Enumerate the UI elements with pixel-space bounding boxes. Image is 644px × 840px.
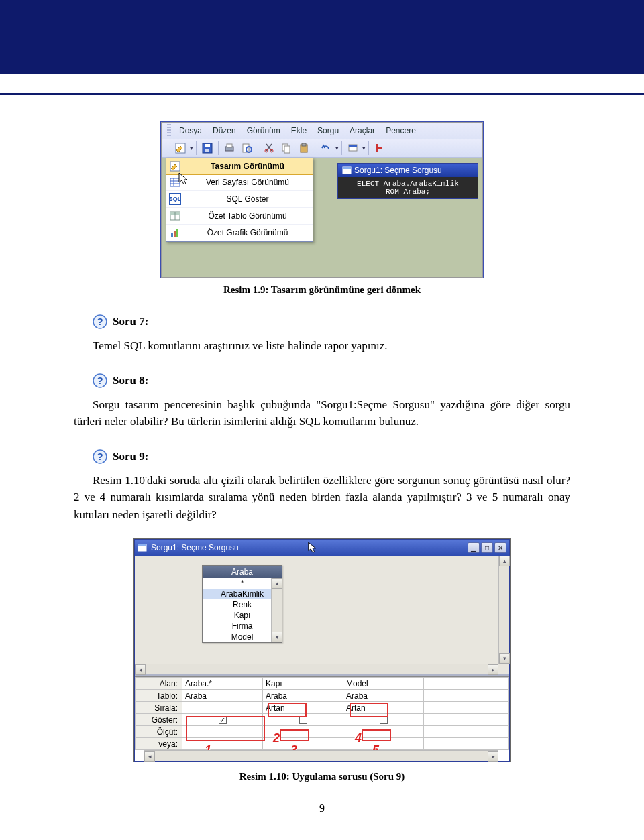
toolbar-separator bbox=[218, 141, 219, 155]
view-sql-item[interactable]: SQL SQL Göster bbox=[166, 191, 313, 208]
scroll-right-icon[interactable]: ▸ bbox=[488, 751, 498, 762]
dropdown-arrow-icon[interactable]: ▾ bbox=[190, 145, 193, 152]
question-icon: ? bbox=[93, 449, 107, 464]
sql-text-area[interactable]: ELECT Araba.ArabaKimlik ROM Araba; bbox=[338, 177, 478, 198]
menu-tools[interactable]: Araçlar bbox=[344, 124, 380, 137]
grid-cell[interactable]: Araba bbox=[263, 690, 343, 702]
view-design-label: Tasarım Görünümü bbox=[186, 162, 309, 171]
svg-rect-29 bbox=[343, 167, 351, 169]
field-item[interactable]: Model bbox=[203, 632, 282, 642]
svg-text:?: ? bbox=[97, 316, 103, 327]
svg-rect-25 bbox=[171, 233, 173, 237]
menu-insert[interactable]: Ekle bbox=[286, 124, 312, 137]
view-pivotchart-item[interactable]: Özet Grafik Görünümü bbox=[166, 225, 313, 241]
scroll-down-icon[interactable]: ▾ bbox=[272, 632, 282, 642]
grid-cell[interactable]: Kapı bbox=[263, 678, 343, 690]
toolbar-separator bbox=[315, 141, 315, 155]
scrollbar-horizontal[interactable]: ◂ ▸ bbox=[144, 750, 498, 761]
checkbox-icon[interactable] bbox=[380, 716, 388, 724]
table-field-list: Araba * ArabaKimlik Renk Kapı Firma Mode… bbox=[202, 565, 282, 643]
field-item[interactable]: Kapı bbox=[203, 610, 282, 621]
menu-file[interactable]: Dosya bbox=[174, 124, 207, 137]
cut-button[interactable] bbox=[261, 141, 277, 156]
page-number: 9 bbox=[74, 802, 570, 815]
print-button[interactable] bbox=[221, 141, 237, 156]
pivot-chart-icon bbox=[169, 227, 181, 239]
scrollbar-vertical[interactable]: ▴ ▾ bbox=[498, 556, 509, 664]
menu-window[interactable]: Pencere bbox=[380, 124, 421, 137]
annotation-number-4: 4 bbox=[355, 732, 362, 744]
svg-rect-3 bbox=[205, 149, 209, 152]
grid-cell[interactable] bbox=[424, 702, 509, 714]
view-pivottable-item[interactable]: Özet Tablo Görünümü bbox=[166, 208, 313, 225]
dropdown-arrow-icon[interactable]: ▾ bbox=[335, 145, 339, 152]
toolbar-separator bbox=[258, 141, 258, 155]
sql-query-window: Sorgu1: Seçme Sorgusu ELECT Araba.ArabaK… bbox=[337, 163, 478, 199]
undo-button[interactable] bbox=[318, 141, 334, 156]
grid-cell[interactable] bbox=[424, 726, 509, 738]
grid-cell[interactable] bbox=[424, 714, 509, 726]
toolbar-separator bbox=[196, 141, 197, 155]
scroll-up-icon[interactable]: ▴ bbox=[499, 556, 510, 566]
pivot-table-icon bbox=[169, 210, 181, 222]
sql-view-icon: SQL bbox=[169, 193, 181, 205]
dropdown-arrow-icon[interactable]: ▾ bbox=[362, 145, 366, 152]
grid-cell[interactable] bbox=[424, 678, 509, 690]
minimize-button[interactable]: ▁ bbox=[468, 542, 480, 553]
question-8-text: Sorgu tasarım penceresinin başlık çubuğu… bbox=[74, 396, 570, 430]
scroll-right-icon[interactable]: ▸ bbox=[488, 664, 498, 675]
question-8-label: Soru 8: bbox=[113, 374, 148, 387]
svg-text:?: ? bbox=[97, 375, 103, 386]
svg-rect-15 bbox=[349, 145, 357, 147]
page-content: Dosya Düzen Görünüm Ekle Sorgu Araçlar P… bbox=[0, 95, 644, 828]
scrollbar-horizontal[interactable]: ◂ ▸ bbox=[135, 664, 498, 674]
print-preview-button[interactable] bbox=[239, 141, 255, 156]
row-label-olcut: Ölçüt: bbox=[136, 726, 182, 738]
grid-cell[interactable]: Araba.* bbox=[182, 678, 263, 690]
copy-button[interactable] bbox=[278, 141, 294, 156]
figure-2: Sorgu1: Seçme Sorgusu ▁ □ ✕ Araba * Arab… bbox=[74, 539, 570, 782]
run-button[interactable] bbox=[372, 141, 388, 156]
grid-cell[interactable] bbox=[424, 690, 509, 702]
question-icon: ? bbox=[93, 373, 107, 388]
scroll-up-icon[interactable]: ▴ bbox=[272, 578, 282, 589]
scroll-left-icon[interactable]: ◂ bbox=[135, 664, 146, 675]
question-7-text: Temel SQL komutlarını araştırınız ve lis… bbox=[74, 337, 570, 355]
grid-cell[interactable]: Araba bbox=[343, 690, 424, 702]
toolbar-grip-icon bbox=[167, 124, 171, 137]
maximize-button[interactable]: □ bbox=[481, 542, 493, 553]
grid-cell[interactable]: Model bbox=[343, 678, 424, 690]
view-sql-label: SQL Göster bbox=[186, 194, 309, 204]
question-icon: ? bbox=[93, 314, 107, 329]
svg-rect-5 bbox=[227, 144, 232, 147]
scroll-down-icon[interactable]: ▾ bbox=[499, 653, 510, 664]
row-label-tablo: Tablo: bbox=[136, 690, 182, 702]
query-design-grid: Alan: Araba.* Kapı Model Tablo: Araba Ar… bbox=[135, 676, 509, 761]
screenshot-body: Tasarım Görünümü Veri Sayfası Görünümü S… bbox=[162, 158, 482, 277]
menu-edit[interactable]: Düzen bbox=[207, 124, 241, 137]
menu-view[interactable]: Görünüm bbox=[241, 124, 286, 137]
menu-query[interactable]: Sorgu bbox=[312, 124, 344, 137]
query-window-icon bbox=[342, 166, 352, 175]
field-item[interactable]: Renk bbox=[203, 599, 282, 610]
scroll-left-icon[interactable]: ◂ bbox=[144, 751, 155, 762]
paste-button[interactable] bbox=[296, 141, 312, 156]
save-button[interactable] bbox=[199, 141, 215, 156]
grid-cell[interactable] bbox=[424, 738, 509, 750]
screenshot-query-design: Sorgu1: Seçme Sorgusu ▁ □ ✕ Araba * Arab… bbox=[134, 539, 510, 762]
checkbox-icon[interactable] bbox=[299, 716, 307, 724]
field-item[interactable]: ArabaKimlik bbox=[203, 589, 282, 599]
screenshot-access-view-menu: Dosya Düzen Görünüm Ekle Sorgu Araçlar P… bbox=[161, 122, 483, 278]
field-item[interactable]: Firma bbox=[203, 621, 282, 632]
design-view-icon bbox=[169, 160, 181, 172]
figure-2-caption: Resim 1.10: Uygulama sorusu (Soru 9) bbox=[74, 771, 570, 782]
design-view-button[interactable] bbox=[172, 141, 189, 156]
querytype-button[interactable] bbox=[345, 141, 361, 156]
close-button[interactable]: ✕ bbox=[494, 542, 506, 553]
grid-cell[interactable] bbox=[182, 702, 263, 714]
scrollbar-vertical[interactable]: ▴ ▾ bbox=[271, 578, 282, 642]
grid-cell[interactable]: Araba bbox=[182, 690, 263, 702]
svg-rect-37 bbox=[138, 544, 146, 546]
annotation-box-2 bbox=[268, 703, 307, 717]
field-item[interactable]: * bbox=[203, 578, 282, 589]
